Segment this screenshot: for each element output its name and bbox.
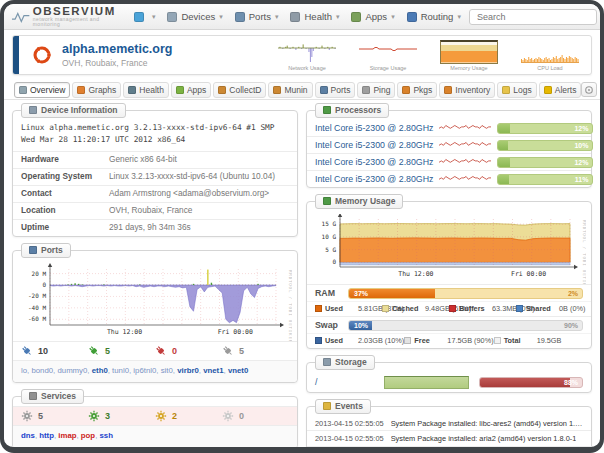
- processor-name[interactable]: Intel Core i5-2300 @ 2.80GHz: [315, 157, 433, 167]
- legend-swatch: [516, 305, 523, 312]
- memory-usage-graph[interactable]: 15 G10 G5 G0Thu 12:00Fri 00:00RRDTOOL / …: [307, 211, 591, 284]
- settings-button[interactable]: [600, 82, 604, 97]
- tab[interactable]: Alerts: [539, 82, 582, 98]
- port-count-value: 5: [105, 346, 110, 356]
- menu-item[interactable]: Ports ▾: [229, 8, 285, 25]
- service-link[interactable]: imap: [58, 431, 81, 440]
- swap-label: Swap: [315, 320, 341, 330]
- port-link[interactable]: sit0: [161, 366, 177, 375]
- tab[interactable]: Ping: [357, 82, 395, 98]
- navbar: OBSERVIUM network management and monitor…: [4, 4, 600, 30]
- port-link[interactable]: tunl0: [112, 366, 133, 375]
- port-link[interactable]: bond0: [31, 366, 57, 375]
- menu-item[interactable]: ▾: [128, 9, 162, 25]
- services-icon: [29, 392, 37, 400]
- svg-text:15 G: 15 G: [322, 220, 337, 227]
- tab-label: Pkgs: [413, 85, 432, 95]
- ubuntu-logo-icon: [31, 44, 53, 66]
- routing-menu-icon: [407, 12, 417, 22]
- port-link[interactable]: lo: [21, 366, 31, 375]
- processor-row: Intel Core i5-2300 @ 2.80GHz 10%: [307, 136, 591, 153]
- tab[interactable]: Inventory: [439, 82, 495, 98]
- tab[interactable]: Overview: [14, 82, 70, 98]
- tab[interactable]: Health: [123, 82, 169, 98]
- device-tabs: Overview Graphs Health Apps: [14, 82, 581, 98]
- device-info-value: Adam Armstrong <adama@observium.org>: [109, 189, 289, 199]
- search-input[interactable]: [469, 9, 597, 25]
- panel-title-services: Services: [21, 389, 84, 404]
- tab[interactable]: Logs: [497, 82, 536, 98]
- tab[interactable]: Graphs: [72, 82, 121, 98]
- device-information-panel: Device Information Linux alpha.memetic.o…: [12, 110, 298, 237]
- service-link[interactable]: ssh: [99, 431, 112, 440]
- logo-wave-icon: [12, 9, 30, 24]
- device-info-label: Contact: [21, 189, 109, 199]
- account-menu[interactable]: ▾: [599, 8, 604, 25]
- app-window: OBSERVIUM network management and monitor…: [0, 0, 604, 453]
- menu-label: Health: [304, 11, 331, 22]
- event-timestamp: 2013-04-15 02:55:05: [315, 434, 384, 443]
- panel-title-processors: Processors: [315, 103, 389, 118]
- processor-name[interactable]: Intel Core i5-2300 @ 2.80GHz: [315, 123, 433, 133]
- menu-label: Ports: [249, 11, 271, 22]
- tab[interactable]: Pkgs: [397, 82, 437, 98]
- service-link[interactable]: http: [39, 431, 58, 440]
- svg-text:Fri 00:00: Fri 00:00: [511, 270, 546, 278]
- panel-title-storage: Storage: [315, 355, 375, 370]
- ports-down-icon: [155, 345, 167, 357]
- ports-traffic-graph[interactable]: 20 M0-20 M-40 M-60 MThu 12:00Fri 00:00RR…: [13, 260, 297, 341]
- event-timestamp: 2013-04-15 02:55:05: [315, 419, 384, 428]
- mini-graph-label: Storage Usage: [370, 65, 407, 71]
- device-info-row: Location OVH, Roubaix, France: [13, 202, 297, 219]
- device-hostname[interactable]: alpha.memetic.org: [62, 42, 172, 58]
- memory-icon: [323, 197, 331, 205]
- tab[interactable]: CollectD: [213, 82, 266, 98]
- event-message: System Package removed: rlwrap amd64 0.3…: [391, 449, 549, 453]
- storage-mount[interactable]: /: [315, 377, 374, 387]
- cpu-sparkline-graph: [439, 157, 491, 168]
- device-header: alpha.memetic.org OVH, Roubaix, France N…: [12, 35, 592, 75]
- device-info-row: Uptime 291 days, 9h 34m 36s: [13, 219, 297, 236]
- ram-usage-bar: 37% 2%: [348, 288, 583, 299]
- service-link[interactable]: dns: [21, 431, 39, 440]
- port-count: 5: [88, 345, 155, 357]
- panel-title-memory: Memory Usage: [315, 194, 403, 209]
- device-info-value: Generic x86 64-bit: [109, 155, 289, 165]
- port-link[interactable]: vnet0: [228, 366, 248, 375]
- port-link[interactable]: vnet1: [203, 366, 228, 375]
- header-mini-graph[interactable]: CPU Load: [521, 40, 579, 71]
- device-info-label: Hardware: [21, 155, 109, 165]
- mini-graph-label: Memory Usage: [450, 65, 487, 71]
- cpu-sparkline-graph: [439, 123, 491, 134]
- menu-item[interactable]: Devices ▾: [161, 8, 228, 25]
- tab[interactable]: Ports: [315, 82, 356, 98]
- services-warning-icon: [155, 410, 167, 422]
- event-message: System Package installed: aria2 (amd64) …: [391, 434, 577, 443]
- header-mini-graph[interactable]: Network Usage: [278, 40, 336, 71]
- processor-row: Intel Core i5-2300 @ 2.80GHz 12%: [307, 120, 591, 136]
- tab-label: Overview: [30, 85, 65, 95]
- tab[interactable]: Apps: [171, 82, 211, 98]
- port-link[interactable]: ip6tnl0: [133, 366, 160, 375]
- tab[interactable]: Munin: [268, 82, 312, 98]
- header-mini-graph[interactable]: Memory Usage: [440, 40, 498, 71]
- port-link[interactable]: virbr0: [177, 366, 203, 375]
- observium-logo[interactable]: OBSERVIUM network management and monitor…: [12, 6, 118, 28]
- apps-menu-icon: [351, 12, 361, 22]
- processor-name[interactable]: Intel Core i5-2300 @ 2.80GHz: [315, 140, 433, 150]
- device-location: OVH, Roubaix, France: [62, 58, 172, 69]
- device-info-row: Hardware Generic x86 64-bit: [13, 151, 297, 168]
- svg-text:Thu 12:00: Thu 12:00: [107, 328, 142, 336]
- storage-icon: [323, 358, 331, 366]
- service-link[interactable]: pop: [81, 431, 100, 440]
- processor-name[interactable]: Intel Core i5-2300 @ 2.80GHz: [315, 174, 433, 184]
- port-link[interactable]: dummy0: [57, 366, 91, 375]
- port-link[interactable]: eth0: [92, 366, 112, 375]
- refresh-button[interactable]: [581, 82, 597, 97]
- header-mini-graph[interactable]: Storage Usage: [359, 40, 417, 71]
- mini-graph-plot: [359, 40, 417, 64]
- menu-item[interactable]: Routing ▾: [401, 8, 467, 25]
- service-count: 3: [88, 410, 155, 422]
- menu-item[interactable]: Health ▾: [284, 8, 345, 25]
- menu-item[interactable]: Apps ▾: [345, 8, 400, 25]
